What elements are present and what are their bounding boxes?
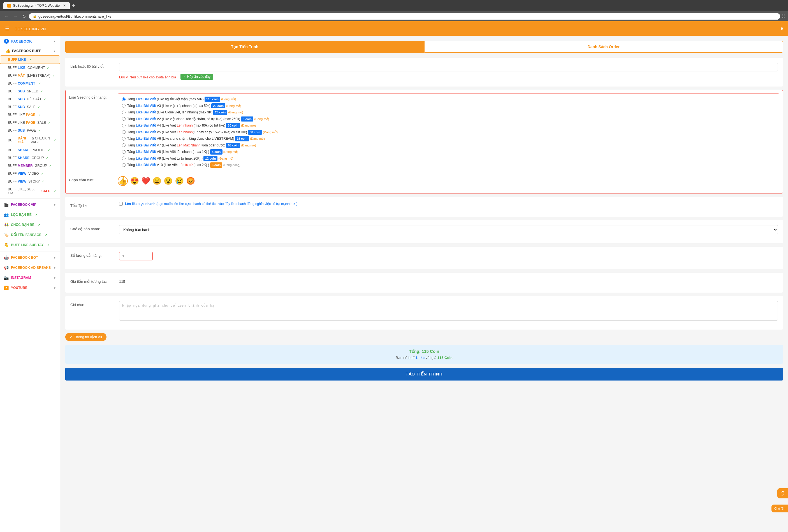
sidebar-loc-ban-be[interactable]: 👥 LỌC BẠN BÈ ✓	[0, 210, 60, 220]
emotion-heart[interactable]: ❤️	[141, 177, 150, 185]
options-box: Tăng Like Bài Viết (Like người việt thật…	[118, 94, 779, 172]
toc-do-row: Tốc độ like: Lên like cực nhanh (bạn muố…	[70, 202, 778, 208]
sidebar-item-buff-comment[interactable]: BUFF COMMENT ✓	[0, 80, 60, 87]
sidebar-facebook-bot[interactable]: 🤖 FACEBOOK BOT ▼	[0, 252, 60, 263]
facebook-buff-header[interactable]: 👍 FACEBOOK BUFF ▲	[0, 46, 60, 56]
bot-icon: 🤖	[4, 255, 9, 260]
sidebar-item-buff-like-page[interactable]: BUFF LIKE PAGE ✓	[0, 111, 60, 119]
sidebar-item-buff-sub-page[interactable]: BUFF SUB PAGE ✓	[0, 126, 60, 135]
browser-tab[interactable]: GoSeeding.vn - TOP 1 Website ✕	[3, 2, 70, 9]
option-radio-7[interactable]	[122, 137, 125, 141]
sidebar-doi-ten-fanpage[interactable]: 🏷️ ĐỔI TÊN FANPAGE ✓	[0, 230, 60, 240]
create-button[interactable]: TẠO TIẾN TRÌNH	[65, 368, 783, 381]
emotion-wow[interactable]: 😮	[164, 177, 173, 185]
ghi-chu-input[interactable]	[119, 301, 778, 321]
sidebar-choc-ban-be[interactable]: 👫 CHỌC BẠN BÈ ✓	[0, 220, 60, 230]
facebook-bot-label: FACEBOOK BOT	[11, 255, 38, 260]
option-radio-5[interactable]	[122, 124, 125, 127]
app-logo: GOSEEDING.VN	[15, 26, 46, 32]
buff-sub-tay-icon: 👋	[4, 243, 9, 247]
bao-hanh-row: Chế độ bảo hành: Không bảo hành	[70, 225, 778, 234]
ghi-chu-section: Ghi chú:	[65, 296, 783, 330]
tab-create[interactable]: Tạo Tiến Trình	[65, 41, 424, 53]
emotion-like[interactable]: 👍	[118, 176, 128, 186]
option-radio-11[interactable]	[122, 163, 125, 167]
sidebar-item-buff-mat[interactable]: BUFF MẮT (LIVESTREAM) ✓	[0, 72, 60, 80]
emotion-love[interactable]: 😍	[130, 177, 139, 185]
sidebar-item-buff-share-profile[interactable]: BUFF SHARE PROFILE ✓	[0, 146, 60, 154]
sidebar-facebook-ad-breaks[interactable]: 📢 FACEBOOK AD BREAKS ▼	[0, 263, 60, 273]
sidebar-instagram[interactable]: 📷 INSTAGRAM ▼	[0, 273, 60, 283]
option-radio-9[interactable]	[122, 150, 125, 154]
sidebar-item-buff-sub-speed[interactable]: BUFF SUB SPEED ✓	[0, 87, 60, 95]
loc-check-icon: ✓	[35, 213, 38, 217]
so-luong-label: Số lượng cần tăng:	[70, 252, 115, 258]
chat-bubble-2[interactable]: Chú (8h	[771, 505, 788, 512]
back-button[interactable]: ←	[3, 13, 10, 19]
hamburger-icon[interactable]: ☰	[5, 25, 9, 32]
sidebar-item-buff-like[interactable]: BUFF LIKE ✓	[0, 56, 60, 64]
tab-close-icon[interactable]: ✕	[63, 4, 66, 7]
option-radio-8[interactable]	[122, 143, 125, 147]
speed-checkbox[interactable]	[119, 202, 123, 206]
option-radio-1[interactable]	[122, 98, 125, 101]
sidebar-item-buff-member-group[interactable]: BUFF MEMBER GROUP ✓	[0, 162, 60, 170]
sidebar-divider-1	[0, 198, 60, 199]
service-info-button[interactable]: ✓ Thông tin dịch vụ	[65, 333, 106, 341]
sidebar-item-buff-danh-gia[interactable]: BUFF ĐÁNH GIÁ & CHECKIN PAGE ✓	[0, 135, 60, 146]
sidebar-facebook-vip[interactable]: 🎬 FACEBOOK VIP ▼	[0, 200, 60, 210]
sidebar-item-buff-view-video[interactable]: BUFF VIEW VIDEO ✓	[0, 170, 60, 178]
youtube-label: YOUTUBE	[11, 286, 27, 290]
sidebar-facebook-section[interactable]: f FACEBOOK ▲	[0, 36, 60, 46]
new-tab-icon[interactable]: +	[72, 3, 75, 9]
emotion-haha[interactable]: 😄	[153, 177, 161, 185]
app-header: ☰ GOSEEDING.VN	[0, 21, 788, 36]
option-radio-2[interactable]	[122, 104, 125, 107]
note-btn[interactable]: ✓ Hãy ấn vào đây	[180, 74, 213, 80]
speed-row: Lên like cực nhanh (bạn muốn lên like cự…	[119, 202, 778, 206]
option-radio-3[interactable]	[122, 110, 125, 114]
so-luong-row: Số lượng cần tăng:	[70, 252, 778, 260]
gia-tien-label: Giá tiền mỗi tương tác:	[70, 278, 115, 284]
bao-hanh-select[interactable]: Không bảo hành	[119, 225, 778, 234]
option-row-10: Tăng Like Bài Viết V9 (Like Việt từ từ (…	[122, 156, 775, 161]
browser-nav: ← → ↻ 🔒 goseeding.vn/tool/Bufflikecommen…	[0, 11, 788, 21]
youtube-chevron-icon: ▼	[53, 286, 56, 289]
chat-bubble[interactable]: Ch	[777, 488, 788, 498]
choc-icon: 👫	[4, 223, 9, 227]
option-radio-4[interactable]	[122, 117, 125, 121]
filter-icon: 👥	[4, 212, 9, 217]
sidebar-item-buff-view-story[interactable]: BUFF VIEW STORY ✓	[0, 178, 60, 185]
vip-chevron-icon: ▼	[53, 203, 56, 206]
sidebar-youtube[interactable]: ▶️ YOUTUBE ▼	[0, 283, 60, 293]
seeding-section: Loại Seeding cần tăng: Tăng Like Bài Viế…	[65, 90, 783, 193]
sidebar-item-buff-share-group[interactable]: BUFF SHARE GROUP ✓	[0, 154, 60, 162]
speed-section: Tốc độ like: Lên like cực nhanh (bạn muố…	[65, 197, 783, 217]
so-luong-input[interactable]	[119, 252, 153, 260]
sidebar-buff-like-sub-tay[interactable]: 👋 BUFF LIKE SUB TAY ✓	[0, 240, 60, 250]
ghi-chu-row: Ghi chú:	[70, 301, 778, 321]
doi-ten-fanpage-label: ĐỔI TÊN FANPAGE	[11, 233, 41, 237]
emotion-sad[interactable]: 😢	[175, 177, 184, 185]
option-row-3: Tăng Like Bài Viết (Like Clone việt, lên…	[122, 110, 775, 115]
option-row-6: Tăng Like Bài Viết V5 (Like Việt Lên nha…	[122, 130, 775, 135]
link-input[interactable]	[119, 63, 778, 71]
option-radio-6[interactable]	[122, 130, 125, 134]
forward-button[interactable]: →	[12, 13, 19, 19]
option-row-7: Tăng Like Bài Viết V6 (Like clone chậm, …	[122, 136, 775, 141]
emotion-angry[interactable]: 😡	[186, 177, 195, 185]
option-radio-10[interactable]	[122, 157, 125, 160]
summary-sub: Bạn sẽ buff 1 like với giá 115 Coin	[70, 355, 778, 360]
tab-favicon	[7, 4, 11, 7]
sidebar-item-buff-sub-sale[interactable]: BUFF SUB SALE ✓	[0, 103, 60, 111]
sidebar-item-buff-sub-de-xuat[interactable]: BUFF SUB ĐỀ XUẤT ✓	[0, 95, 60, 103]
doi-ten-check-icon: ✓	[45, 233, 47, 237]
sidebar-item-buff-like-comment[interactable]: BUFF LIKE COMMENT ✓	[0, 64, 60, 72]
address-bar[interactable]: 🔒 goseeding.vn/tool/Bufflikecommentshare…	[29, 13, 780, 20]
sidebar-item-buff-like-page-sale[interactable]: BUFF LIKE PAGE SALE ✓	[0, 119, 60, 126]
sidebar-item-buff-like-sub-cmt-sale[interactable]: BUFF LIKE, SUB, CMT SALE ✓	[0, 185, 60, 197]
tab-order-list[interactable]: Danh Sách Order	[424, 41, 783, 53]
note-text: Lưu ý: Nếu buff like cho avata ảnh bìa	[119, 75, 176, 79]
instagram-chevron-icon: ▼	[53, 277, 56, 280]
reload-button[interactable]: ↻	[21, 13, 27, 20]
